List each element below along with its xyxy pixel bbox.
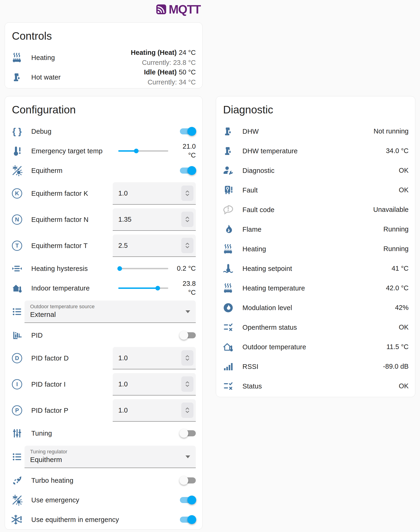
config-row-heating-hysteresis: Heating hysteresis 0.2 °C (11, 259, 196, 278)
pid-toggle[interactable] (180, 332, 196, 339)
pid-factor-p-input[interactable]: 1.0 (113, 399, 196, 422)
sensor-value: Running (382, 245, 409, 253)
diag-row-status[interactable]: Status OK (223, 376, 409, 396)
signal-icon (223, 361, 234, 372)
diag-row-heating[interactable]: Heating Running (223, 239, 409, 259)
config-row-outdoor-temperature-source: Outdoor temperature source External (11, 298, 196, 325)
snowflake-alert-icon (11, 514, 23, 525)
number-stepper[interactable] (181, 212, 194, 227)
sensor-value: OK (382, 186, 409, 195)
diagnostic-title: Diagnostic (223, 103, 409, 116)
config-row-emergency-target-temp: Emergency target temp 21.0 °C (11, 141, 196, 161)
diag-row-dhw-temperature[interactable]: DHW temperature 34.0 °C (223, 141, 409, 161)
tuning-regulator-select[interactable]: Tuning regulator Equitherm (25, 446, 196, 468)
heating-hysteresis-slider[interactable] (118, 264, 168, 273)
config-row-pid-factor-i: I PID factor I 1.0 (11, 371, 196, 397)
dropdown-arrow-icon (185, 310, 190, 313)
config-row-pid-factor-p: P PID factor P 1.0 (11, 397, 196, 424)
account-wrench-icon (223, 165, 234, 176)
home-thermometer-icon (11, 282, 23, 294)
equitherm-factor-k-input[interactable]: 1.0 (113, 182, 196, 205)
format-list-bulleted-icon (11, 306, 23, 317)
diagnostic-card: Diagnostic DHW Not running DHW temperatu… (216, 96, 415, 397)
sun-snowflake-icon (11, 165, 23, 176)
debug-toggle[interactable] (180, 128, 196, 135)
controls-title: Controls (12, 30, 196, 42)
diag-row-opentherm-status[interactable]: Opentherm status OK (223, 318, 409, 337)
diag-row-fault[interactable]: Fault OK (223, 180, 409, 200)
sensor-value: 42.0 °C (382, 284, 409, 293)
equitherm-toggle[interactable] (180, 167, 196, 174)
tuning-toggle[interactable] (180, 430, 196, 437)
slider-value: 0.2 °C (170, 264, 196, 273)
control-label: Hot water (31, 74, 144, 81)
sun-snowflake-icon (11, 494, 23, 506)
diag-row-rssi[interactable]: RSSI -89.0 dB (223, 357, 409, 376)
control-row-heating[interactable]: Heating Heating (Heat)24 °C Currently: 2… (11, 48, 196, 67)
climate-action: Heating (Heat) (131, 49, 177, 56)
diag-row-diagnostic[interactable]: Diagnostic OK (223, 161, 409, 180)
configuration-card: Configuration { } Debug Emergency target… (5, 96, 203, 530)
number-stepper[interactable] (181, 238, 194, 253)
radiator-icon (11, 52, 23, 63)
sensor-value: OK (382, 166, 409, 175)
config-row-indoor-temperature: Indoor temperature 23.8 °C (11, 278, 196, 298)
home-thermometer-outline-icon (223, 341, 234, 353)
diag-row-modulation-level[interactable]: Modulation level 42% (223, 298, 409, 318)
sensor-value: -89.0 dB (382, 362, 409, 371)
number-stepper[interactable] (181, 350, 194, 366)
hysteresis-icon (11, 263, 23, 274)
climate-action: Idle (Heat) (144, 68, 177, 76)
mqtt-logo: MQTT (156, 3, 200, 16)
number-stepper[interactable] (181, 376, 194, 392)
diag-row-fault-code[interactable]: Fault code Unavailable (223, 200, 409, 220)
diag-row-flame[interactable]: Flame Running (223, 220, 409, 239)
diag-row-heating-temperature[interactable]: Heating temperature 42.0 °C (223, 278, 409, 298)
sensor-value: Running (382, 225, 409, 234)
slider-value: 21.0 °C (170, 142, 196, 160)
config-row-use-emergency: Use emergency (11, 490, 196, 510)
water-pump-icon (223, 126, 234, 137)
format-list-bulleted-icon (11, 451, 23, 462)
radiator-icon (223, 243, 234, 254)
outdoor-temperature-source-select[interactable]: Outdoor temperature source External (25, 300, 196, 323)
list-status-icon (223, 322, 234, 333)
number-stepper[interactable] (181, 186, 194, 201)
climate-state: Idle (Heat)50 °C Currently: 34 °C (144, 67, 196, 88)
indoor-temperature-slider[interactable] (118, 283, 168, 293)
mqtt-logo-text: MQTT (169, 2, 200, 16)
diag-row-dhw[interactable]: DHW Not running (223, 121, 409, 141)
pid-factor-d-input[interactable]: 1.0 (113, 347, 196, 369)
config-row-tuning: Tuning (11, 424, 196, 443)
slider-value: 23.8 °C (170, 279, 196, 297)
sensor-value: OK (382, 323, 409, 332)
config-row-debug: { } Debug (11, 121, 196, 141)
control-label: Heating (31, 54, 131, 62)
alpha-p-circle-icon: P (11, 405, 23, 416)
climate-target-temp: 24 °C (179, 49, 196, 56)
pid-factor-i-input[interactable]: 1.0 (113, 373, 196, 396)
diag-row-heating-setpoint[interactable]: Heating setpoint 41 °C (223, 259, 409, 278)
emergency-target-temp-slider[interactable] (118, 146, 168, 156)
fire-icon (223, 224, 234, 235)
config-row-use-equitherm-in-emergency: Use equitherm in emergency (11, 510, 196, 530)
sensor-value: 41 °C (382, 264, 409, 273)
radiator-icon (223, 282, 234, 294)
alpha-n-circle-icon: N (11, 214, 23, 225)
control-row-hot-water[interactable]: Hot water Idle (Heat)50 °C Currently: 34… (11, 67, 196, 87)
config-row-tuning-regulator: Tuning regulator Equitherm (11, 443, 196, 471)
use-emergency-toggle[interactable] (180, 497, 196, 503)
diag-row-outdoor-temperature[interactable]: Outdoor temperature 11.5 °C (223, 337, 409, 357)
turbo-heating-toggle[interactable] (180, 477, 196, 484)
number-stepper[interactable] (181, 402, 194, 418)
thermometer-water-icon (223, 263, 234, 274)
alpha-i-circle-icon: I (11, 379, 23, 390)
config-row-pid-factor-d: D PID factor D 1.0 (11, 345, 196, 371)
climate-state: Heating (Heat)24 °C Currently: 23.8 °C (131, 48, 196, 68)
equitherm-factor-t-input[interactable]: 2.5 (113, 235, 196, 257)
configuration-title: Configuration (12, 103, 196, 116)
equitherm-factor-n-input[interactable]: 1.35 (113, 208, 196, 231)
sensor-value: 11.5 °C (382, 342, 409, 351)
use-equitherm-in-emergency-toggle[interactable] (180, 516, 196, 523)
config-row-equitherm-factor-k: K Equitherm factor K 1.0 (11, 180, 196, 207)
